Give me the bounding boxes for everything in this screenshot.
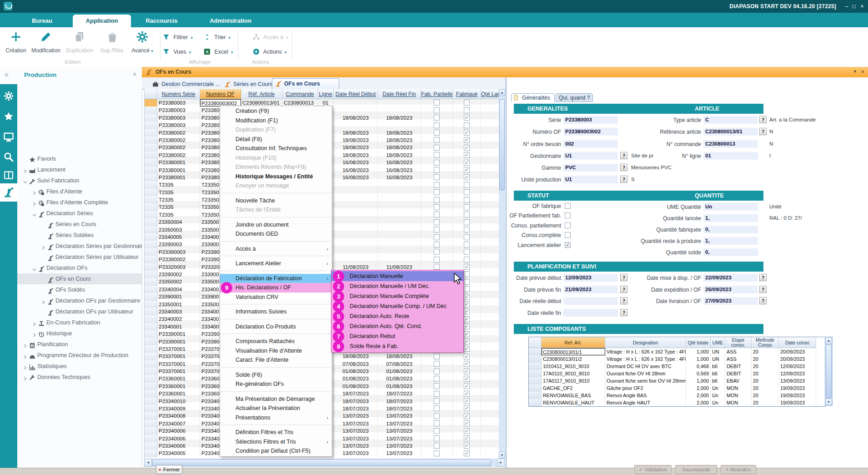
chevron-closed-icon[interactable] [23,341,28,350]
menu-item-solde-f6-[interactable]: Solde (F6) [220,370,332,380]
sidebar-item-d-claration-ofs-par-gestionnaire[interactable]: Déclaration OFs par Gestionnaire [17,295,142,306]
checkbox-checked[interactable]: ✓ [464,450,470,456]
column-header-date-r-el-d-but[interactable]: Date Réel Début [334,89,378,99]
row-selector-cell[interactable] [145,211,157,218]
row-selector-cell[interactable] [145,353,157,360]
sidebar-item-donn-es-techniques[interactable]: Données Techniques [17,372,142,383]
checkbox-checked[interactable]: ✓ [464,331,470,337]
checkbox-unchecked[interactable] [565,222,571,228]
menu-item-d-tail-f8-[interactable]: Détail (F8) [220,135,332,144]
menu-item-pr-sentations[interactable]: Présentations› [220,413,332,423]
row-selector-cell[interactable] [145,368,157,375]
sidebar-item-s-ries-en-cours[interactable]: Séries en Cours [17,219,142,230]
checkbox-checked[interactable]: ✓ [464,428,470,434]
menu-item-documents-ged[interactable]: Documents GED [220,229,332,239]
qte-field[interactable]: Un [703,203,758,211]
column-header-qt-lan[interactable]: Qté Lan [481,89,499,99]
qte-field[interactable]: 0, [703,248,758,256]
checkbox-checked[interactable]: ✓ [464,316,470,322]
sidebar-item-d-claration-ofs-par-utilisateur[interactable]: Déclaration OFs par Utilisateur [17,306,142,317]
sidebar-item-files-d-attente[interactable]: Files d'Attente [17,186,142,197]
row-selector-cell[interactable] [145,263,157,271]
actions-button[interactable]: Actions▾ [253,48,286,57]
row-selector-cell[interactable] [529,399,542,406]
checkbox-checked[interactable]: ✓ [464,174,470,180]
checkbox-checked[interactable]: ✓ [464,308,470,314]
checkbox-checked[interactable]: ✓ [464,167,470,173]
checkbox-unchecked[interactable] [434,204,440,210]
checkbox-unchecked[interactable] [434,413,440,419]
row-selector-cell[interactable] [145,375,157,382]
gen-2-field[interactable]: 002 [563,140,618,148]
menu-tab-application[interactable]: Application [73,15,131,27]
table-corner-cell[interactable] [145,89,157,99]
row-selector-cell[interactable] [145,152,157,159]
row-selector-cell[interactable] [145,203,157,211]
checkbox-unchecked[interactable] [434,257,440,263]
chevron-closed-icon[interactable] [23,352,28,361]
checkbox-unchecked[interactable] [434,137,440,143]
row-selector-cell[interactable] [145,106,157,114]
menu-item-acc-s-[interactable]: Accès à› [220,244,332,254]
horizontal-scrollbar[interactable]: ◄► [144,459,505,467]
sidebar-item-favoris[interactable]: Favoris [17,153,142,164]
scroll-right-icon[interactable]: ► [497,459,505,467]
composants-row[interactable]: 17A0110_9010_9010Ouvrant fiche OV HI 28m… [529,370,825,377]
gen-1-field[interactable]: P23380003002 [563,128,618,136]
row-selector-cell[interactable] [145,248,157,256]
minimize-icon[interactable]: – [843,3,850,10]
submenu-item-d-claration-manuelle-comp-um-d-c[interactable]: Déclaration Manuelle Comp. / UM Déc4 [331,301,463,311]
modification-button[interactable]: Modification [30,31,62,54]
checkbox-unchecked[interactable] [434,152,440,158]
column-header-commande[interactable]: Commande [282,89,318,99]
menu-item-composants-rattach-s[interactable]: Composants Rattachés [220,337,332,346]
row-selector-cell[interactable] [529,384,542,392]
sidebar-item-suivi-fabrication[interactable]: Suivi Fabrication [17,175,142,186]
checkbox-unchecked[interactable] [434,354,440,359]
column-header-fab-partielle[interactable]: Fab. Partielle [421,89,453,99]
chevron-closed-icon[interactable] [23,363,28,372]
checkbox-checked[interactable]: ✓ [464,354,470,359]
row-selector-cell[interactable] [145,427,157,435]
art-0-field[interactable]: C [703,116,758,124]
scroll-thumb[interactable] [826,344,832,398]
scroll-thumb[interactable] [152,459,491,466]
tab-generalites[interactable]: Généralités [511,93,555,102]
checkbox-checked[interactable]: ✓ [464,443,470,449]
row-selector-cell[interactable] [145,181,157,188]
row-selector-cell[interactable] [529,392,542,399]
composants-row[interactable]: RENVOIANGLE_BASRenvoi Angle BAS2,000UnMO… [529,392,825,399]
composants-row[interactable]: RENVOIANGLE_HAUTRenvoi Angle HAUT2,000Un… [529,399,825,406]
checkbox-unchecked[interactable] [434,420,440,426]
row-selector-cell[interactable] [145,189,157,196]
excel-button[interactable]: X Excel▾ [204,48,233,57]
chevron-closed-icon[interactable] [32,188,37,197]
row-selector-cell[interactable] [145,450,157,457]
chevron-closed-icon[interactable] [32,319,37,328]
menu-item-re-g-n-ration-ofs[interactable]: Re-génération OFs [220,379,332,389]
checkbox-checked[interactable]: ✓ [464,301,470,307]
chevron-closed-icon[interactable] [32,330,37,339]
help-button[interactable]: ? [620,176,627,183]
composants-col-ref-art-[interactable]: Ref. Art. [542,337,605,348]
avance-button[interactable]: Avancé ▾ [126,31,158,54]
checkbox-unchecked[interactable] [434,264,440,270]
checkbox-unchecked[interactable] [434,145,440,151]
plan-field[interactable]: 12/09/2023 [563,274,618,282]
submenu-item-d-claration-manuelle-um-d-c-[interactable]: Déclaration Manuelle / UM Déc.2 [331,281,463,291]
checkbox-unchecked[interactable] [464,204,470,210]
checkbox-unchecked[interactable] [434,182,440,188]
help-button[interactable]: ? [759,274,767,281]
checkbox-checked[interactable]: ✓ [464,376,470,382]
row-selector-cell[interactable] [145,226,157,233]
checkbox-unchecked[interactable] [565,212,571,218]
composants-row[interactable]: 17A0117_9010_9010Ouvrant fiche semi fixe… [529,377,825,384]
checkbox-unchecked[interactable] [434,227,440,232]
checkbox-unchecked[interactable] [434,435,440,441]
plan-field[interactable]: 22/09/2023 [703,274,758,282]
row-selector-cell[interactable] [145,398,157,405]
row-selector-cell[interactable] [145,301,157,308]
checkbox-unchecked[interactable] [434,174,440,180]
row-selector-cell[interactable] [145,405,157,412]
composants-row[interactable]: GACHE_OF2Gâche pour OF22,000UnMON2019/09… [529,384,825,392]
